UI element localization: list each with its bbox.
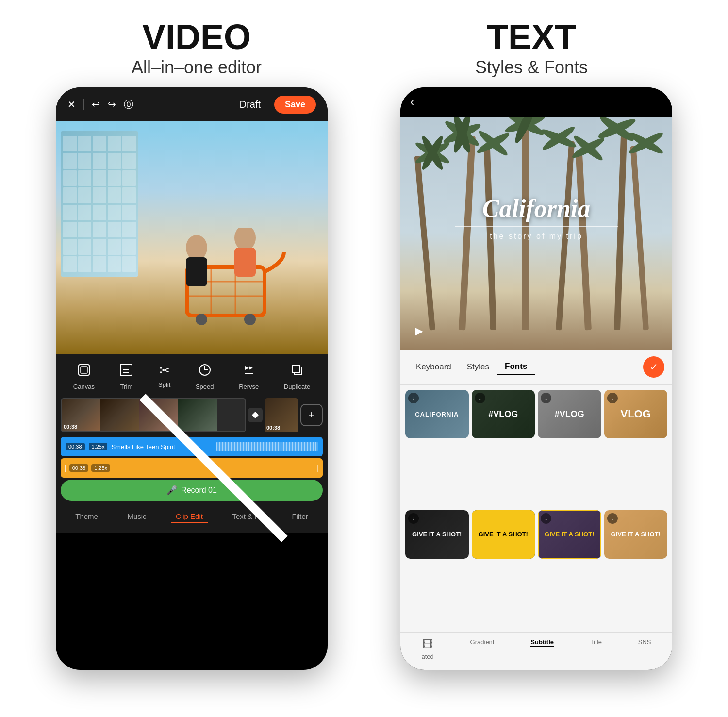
svg-rect-21 [292, 365, 300, 373]
video-preview [56, 121, 328, 354]
window [108, 222, 121, 237]
tab-animated[interactable]: 🎞 ated [421, 638, 433, 660]
nav-music[interactable]: Music [122, 510, 151, 523]
svg-point-9 [234, 228, 256, 250]
flip-icon[interactable] [248, 408, 263, 422]
phones-container: ✕ ↩ ↪ ⓪ Draft Save [0, 87, 728, 717]
vlog-white-label: VLOG [604, 390, 668, 438]
speed-tool[interactable]: Speed [196, 363, 214, 390]
window [93, 222, 106, 237]
yellow-time-badge: 00:38 [69, 464, 89, 472]
trim-tool[interactable]: Trim [119, 363, 133, 390]
duplicate-tool[interactable]: Duplicate [284, 363, 310, 390]
window [93, 239, 106, 254]
give-outline-label: GIVE IT A SHOT! [538, 510, 601, 559]
building-windows [63, 136, 136, 272]
yellow-track[interactable]: | 00:38 1.25x | [61, 458, 323, 478]
nav-filter[interactable]: Filter [287, 510, 313, 523]
left-phone-body: Canvas Trim ✂ Split Speed [56, 354, 328, 533]
canvas-icon [77, 363, 91, 380]
yellow-speed-badge: 1.25x [91, 464, 110, 472]
tab-gradient[interactable]: Gradient [470, 638, 495, 660]
window [122, 153, 136, 168]
window [122, 170, 136, 186]
window [63, 222, 77, 237]
tab-fonts[interactable]: Fonts [497, 359, 535, 375]
nav-clip-edit[interactable]: Clip Edit [171, 510, 208, 523]
window [93, 170, 106, 186]
window [78, 239, 92, 254]
waveform [216, 442, 318, 451]
speed-label: Speed [196, 383, 214, 390]
style-card-vlog-gray[interactable]: ↓ #VLOG [538, 390, 601, 438]
svg-point-6 [244, 314, 256, 325]
help-icon[interactable]: ⓪ [124, 98, 133, 111]
text-editor-tabs: Keyboard Styles Fonts ✓ [400, 350, 672, 385]
svg-rect-10 [234, 248, 256, 277]
speed-icon [198, 363, 212, 380]
animated-label: ated [421, 653, 433, 660]
svg-rect-12 [81, 367, 87, 373]
style-card-give-white[interactable]: ↓ GIVE IT A SHOT! [604, 510, 668, 559]
tab-styles[interactable]: Styles [459, 359, 497, 375]
yellow-handle-left: | [65, 464, 66, 472]
draft-label: Draft [240, 99, 261, 110]
back-button[interactable]: ‹ [410, 95, 414, 109]
building-shape [61, 131, 138, 277]
window [122, 239, 136, 254]
canvas-tool[interactable]: Canvas [73, 363, 95, 390]
left-big-title: VIDEO [29, 19, 364, 54]
left-header-block: VIDEO All–in–one editor [29, 19, 364, 78]
reverse-icon [242, 363, 256, 380]
redo-icon[interactable]: ↪ [108, 99, 116, 110]
right-subtitle: Styles & Fonts [364, 57, 699, 78]
window [108, 153, 121, 168]
window [93, 153, 106, 168]
style-card-give-yellow[interactable]: ↓ GIVE IT A SHOT! [472, 510, 535, 559]
yellow-handle-right: | [317, 464, 319, 472]
window [63, 239, 77, 254]
play-button[interactable]: ▶ [410, 322, 428, 340]
nav-theme[interactable]: Theme [70, 510, 103, 523]
window [78, 170, 92, 186]
window [108, 205, 121, 220]
close-icon[interactable]: ✕ [67, 99, 76, 110]
california-text: California [482, 194, 591, 223]
split-tool[interactable]: ✂ Split [158, 363, 170, 390]
reverse-tool[interactable]: Rervse [239, 363, 259, 390]
top-header: VIDEO All–in–one editor TEXT Styles & Fo… [0, 0, 728, 87]
subtitle-label: Subtitle [530, 638, 554, 647]
second-clip[interactable]: 00:38 [265, 398, 298, 432]
window [93, 256, 106, 272]
record-track[interactable]: 🎤 Record 01 [61, 480, 323, 501]
svg-point-7 [186, 235, 207, 260]
style-card-give-yellow-outline[interactable]: ↓ GIVE IT A SHOT! [538, 510, 601, 559]
confirm-button[interactable]: ✓ [643, 356, 664, 378]
save-button[interactable]: Save [274, 96, 316, 114]
left-subtitle: All–in–one editor [29, 57, 364, 78]
window [122, 136, 136, 151]
window [93, 205, 106, 220]
separator [83, 99, 84, 110]
trim-label: Trim [120, 383, 133, 390]
svg-rect-8 [186, 257, 207, 286]
tab-title[interactable]: Title [590, 638, 602, 660]
style-card-give-dark[interactable]: ↓ GIVE IT A SHOT! [405, 510, 469, 559]
undo-icon[interactable]: ↩ [92, 99, 100, 110]
style-card-california[interactable]: ↓ CALIFORNIA [405, 390, 469, 438]
add-clip-button[interactable]: + [300, 404, 323, 426]
split-label: Split [158, 381, 170, 388]
style-card-vlog-black[interactable]: ↓ #VLOG [472, 390, 535, 438]
tab-sns[interactable]: SNS [638, 638, 651, 660]
window [108, 187, 121, 203]
title-label: Title [590, 638, 602, 646]
window [78, 136, 92, 151]
give-dark-label: GIVE IT A SHOT! [405, 510, 469, 559]
canvas-label: Canvas [73, 383, 95, 390]
mic-icon: 🎤 [166, 485, 177, 496]
window [108, 136, 121, 151]
left-phone: ✕ ↩ ↪ ⓪ Draft Save [56, 87, 328, 670]
tab-subtitle[interactable]: Subtitle [530, 638, 554, 660]
style-card-vlog-white[interactable]: ↓ VLOG [604, 390, 668, 438]
tab-keyboard[interactable]: Keyboard [408, 359, 459, 375]
